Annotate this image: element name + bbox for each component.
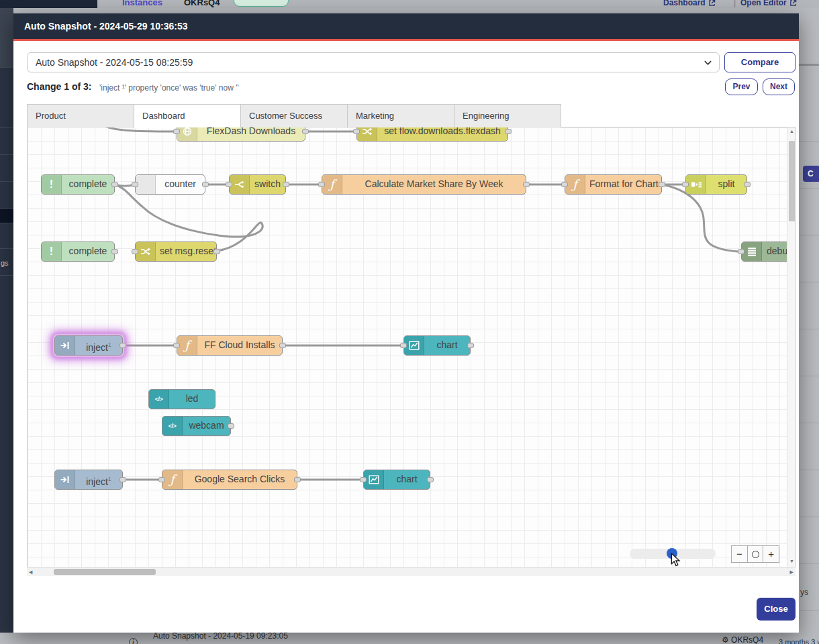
flow-node-flexdash-downloads[interactable]: FlexDash Downloads — [177, 127, 305, 142]
underlay-compare-button-fragment[interactable]: C — [803, 166, 819, 182]
output-port — [523, 182, 530, 187]
flow-node-google-search-clicks[interactable]: ƒGoogle Search Clicks — [162, 470, 297, 490]
status-badge — [234, 0, 289, 7]
flow-node-inject-1[interactable]: inject1 — [54, 335, 123, 356]
output-port — [294, 477, 301, 482]
tab-engineering[interactable]: Engineering — [454, 104, 561, 127]
compare-button[interactable]: Compare — [724, 52, 796, 72]
input-port — [738, 249, 744, 254]
prev-button[interactable]: Prev — [725, 78, 758, 95]
underlay-age-fragment: 3 months 3 weeks 4 d — [779, 638, 819, 644]
node-label: inject1 — [75, 470, 122, 489]
blank-icon — [136, 175, 156, 194]
chart-icon — [404, 336, 424, 355]
scroll-right-icon[interactable]: ▶ — [790, 570, 793, 575]
flow-node-ff-cloud-installs[interactable]: ƒFF Cloud Installs — [177, 335, 283, 356]
flow-node-set-msg-reset[interactable]: set msg.reset — [135, 241, 217, 262]
flow-node-set-flow-downloads-flexdash[interactable]: set flow.downloads.flexdash — [356, 127, 508, 142]
external-link-icon — [789, 0, 797, 7]
input-port — [226, 182, 232, 187]
tab-dashboard[interactable]: Dashboard — [134, 104, 241, 128]
input-port — [158, 477, 165, 482]
output-port — [202, 182, 209, 187]
scroll-up-icon[interactable]: ▲ — [789, 129, 794, 133]
sidebar-divider — [0, 248, 13, 249]
tab-marketing[interactable]: Marketing — [347, 104, 454, 127]
input-port — [173, 129, 180, 134]
zoom-out-button[interactable]: − — [732, 546, 747, 562]
input-port — [682, 182, 689, 187]
flow-node-webcam[interactable]: </>webcam — [162, 416, 231, 436]
modal-header: Auto Snapshot - 2024-05-29 10:36:53 — [13, 13, 799, 39]
node-label: counter — [156, 175, 205, 194]
output-port — [111, 249, 118, 254]
sidebar-divider — [0, 67, 13, 68]
output-port — [119, 477, 126, 482]
output-port — [279, 343, 286, 348]
next-button[interactable]: Next — [763, 78, 795, 95]
underlay-instance-name: ⚙ OKRsQ4 — [722, 635, 763, 644]
close-button[interactable]: Close — [757, 598, 796, 621]
zoom-in-button[interactable]: + — [763, 546, 779, 562]
flow-node-complete-1[interactable]: !complete — [41, 174, 115, 195]
open-editor-link[interactable]: Open Editor — [740, 0, 797, 7]
output-port — [659, 182, 665, 187]
flow-node-inject-2[interactable]: inject1 — [54, 470, 123, 490]
sidebar-band — [0, 8, 13, 67]
sidebar-divider — [0, 127, 13, 128]
sidebar-divider — [0, 208, 13, 209]
snapshot-compare-modal: Auto Snapshot - 2024-05-29 10:36:53 Auto… — [13, 13, 799, 633]
instances-breadcrumb[interactable]: Instances — [122, 0, 162, 7]
flow-node-switch[interactable]: switch — [229, 174, 286, 195]
topbar-separator: | — [734, 0, 736, 7]
open-editor-link-label: Open Editor — [740, 0, 787, 7]
zoom-reset-button[interactable] — [747, 546, 763, 562]
screen: Instances OKRsQ4 Dashboard | Open Editor… — [0, 0, 819, 644]
table-row-divider — [799, 564, 819, 564]
tab-product[interactable]: Product — [27, 104, 134, 127]
mouse-cursor — [671, 553, 681, 567]
input-port — [173, 343, 180, 348]
flow-node-led[interactable]: </>led — [148, 389, 215, 409]
input-port — [360, 477, 367, 482]
flow-node-chart-2[interactable]: chart — [363, 470, 430, 490]
node-label: FF Cloud Installs — [197, 336, 282, 355]
flow-node-counter[interactable]: counter — [135, 174, 205, 195]
flow-node-split[interactable]: split — [685, 174, 747, 195]
snapshot-select[interactable]: Auto Snapshot - 2024-05-15 08:25:59 — [27, 52, 720, 72]
flow-node-chart-1[interactable]: chart — [403, 335, 471, 356]
info-icon: i — [129, 638, 138, 644]
flow-canvas[interactable]: FlexDash Downloadsset flow.downloads.fle… — [27, 127, 796, 567]
scroll-down-icon[interactable]: ▼ — [789, 559, 794, 564]
underlay-text-fragment: ys — [800, 588, 808, 597]
table-row-divider — [799, 329, 819, 329]
horizontal-scroll-thumb[interactable] — [54, 569, 156, 575]
node-label: complete — [62, 242, 114, 261]
node-label: webcam — [183, 417, 230, 435]
input-port — [132, 249, 138, 254]
flow-node-format-for-chart[interactable]: ƒFormat for Chart — [565, 174, 662, 195]
inject-icon — [55, 470, 75, 489]
sidebar-active-item[interactable] — [0, 208, 13, 223]
dashboard-link[interactable]: Dashboard — [663, 0, 716, 7]
canvas-horizontal-scrollbar[interactable]: ◀ ▶ — [27, 567, 796, 576]
switch-icon — [230, 175, 250, 194]
input-port — [132, 182, 138, 187]
topbar-dark-corner — [0, 0, 97, 8]
flow-tab-bar: ProductDashboardCustomer SuccessMarketin… — [27, 104, 796, 127]
input-port — [318, 182, 325, 187]
sidebar-label-fragment: gs — [1, 259, 9, 267]
sidebar-divider — [0, 275, 13, 276]
output-port — [467, 343, 474, 348]
canvas-vertical-scrollbar[interactable]: ▲ ▼ — [787, 127, 796, 567]
function-icon: ƒ — [177, 336, 197, 355]
code-icon: </> — [149, 390, 169, 409]
flow-node-complete-2[interactable]: !complete — [41, 241, 115, 262]
tab-customer-success[interactable]: Customer Success — [240, 104, 348, 127]
underlay-snapshot-row: Auto Snapshot - 2024-05-19 09:23:05 — [153, 633, 288, 641]
flow-node-calculate-market-share-by-week[interactable]: ƒCalculate Market Share By Week — [322, 174, 526, 195]
scroll-left-icon[interactable]: ◀ — [29, 570, 32, 575]
node-label: chart — [384, 470, 430, 489]
vertical-scroll-thumb[interactable] — [789, 141, 795, 221]
function-icon: ƒ — [322, 175, 342, 194]
